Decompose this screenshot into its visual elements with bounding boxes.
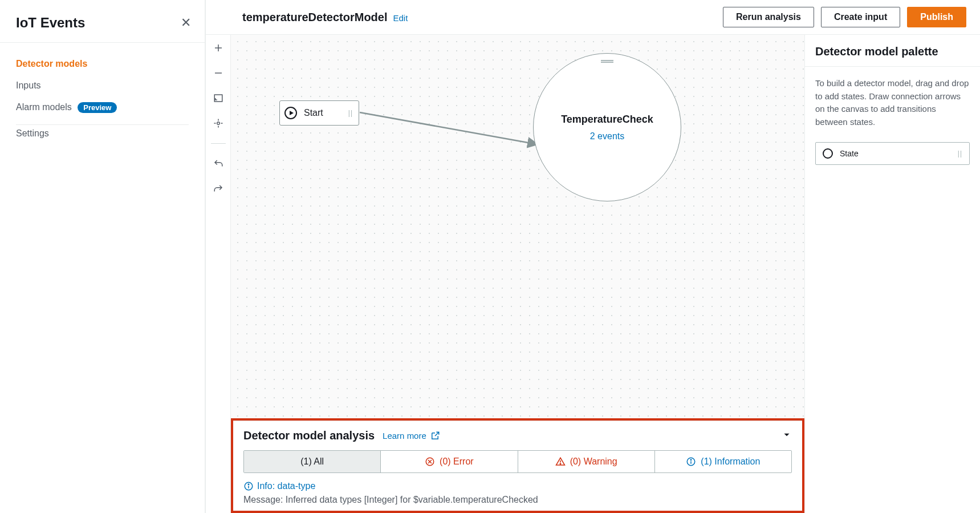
tab-warning[interactable]: (0) Warning <box>518 451 654 472</box>
redo-icon[interactable] <box>212 183 225 195</box>
sidebar-item-label: Alarm models <box>16 102 72 112</box>
model-name: temperatureDetectorModel <box>242 11 388 24</box>
canvas[interactable]: Start || TemperatureCheck 2 events Detec… <box>231 35 804 513</box>
state-node-events-link[interactable]: 2 events <box>590 131 624 142</box>
state-node[interactable]: TemperatureCheck 2 events <box>533 53 681 201</box>
analysis-info-heading: Info: data-type <box>257 481 315 491</box>
create-input-button[interactable]: Create input <box>821 7 900 27</box>
drag-handle-icon[interactable]: || <box>958 150 962 157</box>
learn-more-link[interactable]: Learn more <box>383 431 440 441</box>
fit-screen-icon[interactable] <box>212 92 225 104</box>
analysis-body: Info: data-type Message: Inferred data t… <box>233 473 802 511</box>
app-root: IoT Events ✕ Detector models Inputs Alar… <box>0 0 980 513</box>
sidebar-header: IoT Events ✕ <box>0 0 205 43</box>
tab-all[interactable]: (1) All <box>244 451 380 472</box>
drag-handle-icon[interactable] <box>601 59 613 63</box>
topbar: temperatureDetectorModel Edit Rerun anal… <box>206 0 980 35</box>
center-icon[interactable] <box>212 117 225 130</box>
info-icon <box>686 457 696 467</box>
edit-link[interactable]: Edit <box>393 13 408 23</box>
warning-icon <box>555 457 566 467</box>
start-node-label: Start <box>304 108 323 118</box>
state-circle-icon <box>823 148 833 159</box>
analysis-tabs: (1) All (0) Error (0) Warning <box>243 450 792 473</box>
zoom-out-icon[interactable] <box>212 67 225 79</box>
sidebar: IoT Events ✕ Detector models Inputs Alar… <box>0 0 205 513</box>
sidebar-item-settings[interactable]: Settings <box>16 122 49 145</box>
zoom-in-icon[interactable] <box>212 42 225 54</box>
palette-state-label: State <box>840 149 859 158</box>
info-icon <box>243 481 254 491</box>
undo-icon[interactable] <box>212 157 225 170</box>
editor: Start || TemperatureCheck 2 events Detec… <box>206 35 980 513</box>
svg-point-17 <box>691 459 692 461</box>
publish-button[interactable]: Publish <box>907 7 966 27</box>
external-link-icon <box>430 431 440 441</box>
topbar-actions: Rerun analysis Create input Publish <box>723 7 966 27</box>
close-icon[interactable]: ✕ <box>181 15 191 30</box>
topbar-left: temperatureDetectorModel Edit <box>242 11 408 24</box>
sidebar-item-inputs[interactable]: Inputs <box>16 75 189 96</box>
palette-state-draggable[interactable]: State || <box>815 142 970 165</box>
palette: Detector model palette To build a detect… <box>804 35 980 513</box>
error-icon <box>425 457 435 467</box>
palette-title: Detector model palette <box>805 35 980 67</box>
analysis-header: Detector model analysis Learn more <box>233 421 802 448</box>
svg-point-14 <box>560 463 561 464</box>
tool-divider <box>211 143 226 144</box>
play-icon <box>284 107 297 119</box>
state-node-title: TemperatureCheck <box>561 114 653 126</box>
analysis-panel: Detector model analysis Learn more <box>231 418 804 513</box>
tab-error[interactable]: (0) Error <box>380 451 517 472</box>
svg-line-9 <box>360 112 538 144</box>
start-node[interactable]: Start || <box>279 100 359 126</box>
sidebar-item-label: Inputs <box>16 80 41 90</box>
tab-warning-label: (0) Warning <box>570 457 617 467</box>
svg-point-20 <box>248 484 249 485</box>
analysis-message: Message: Inferred data types [Integer] f… <box>243 495 792 505</box>
learn-more-label: Learn more <box>383 431 426 441</box>
preview-badge: Preview <box>78 102 117 113</box>
collapse-icon[interactable] <box>782 430 792 442</box>
analysis-title: Detector model analysis <box>243 429 375 442</box>
analysis-info-line[interactable]: Info: data-type <box>243 481 792 491</box>
sidebar-item-label: Settings <box>16 128 49 138</box>
drag-handle-icon[interactable]: || <box>348 109 353 117</box>
rerun-analysis-button[interactable]: Rerun analysis <box>723 7 814 27</box>
sidebar-item-alarm-models[interactable]: Alarm models Preview <box>16 96 189 119</box>
tab-error-label: (0) Error <box>440 457 474 467</box>
tab-all-label: (1) All <box>300 457 324 467</box>
sidebar-item-label: Detector models <box>16 59 87 68</box>
palette-description: To build a detector model, drag and drop… <box>805 67 980 142</box>
svg-point-4 <box>217 122 219 125</box>
tab-information-label: (1) Information <box>701 457 760 467</box>
sidebar-nav: Detector models Inputs Alarm models Prev… <box>0 43 205 149</box>
sidebar-item-detector-models[interactable]: Detector models <box>16 53 189 75</box>
toolstrip <box>206 35 231 513</box>
tab-information[interactable]: (1) Information <box>654 451 791 472</box>
app-title: IoT Events <box>16 15 85 31</box>
main: temperatureDetectorModel Edit Rerun anal… <box>205 0 980 513</box>
